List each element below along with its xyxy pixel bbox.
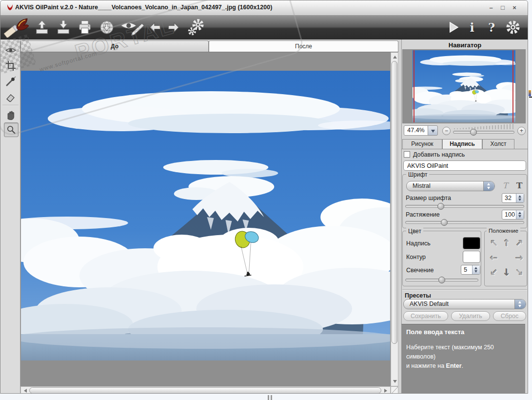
zoom-dropdown-button[interactable] [428, 125, 438, 136]
spinner-arrows-icon[interactable] [516, 194, 524, 202]
scroll-down-icon[interactable] [393, 380, 397, 383]
close-button[interactable]: × [510, 3, 519, 12]
save-preset-button[interactable]: Сохранить [403, 311, 448, 321]
title-bar: AKVIS OilPaint v.2.0 - Nature____Volcano… [0, 0, 528, 16]
zoom-slider-thumb[interactable] [470, 129, 477, 136]
stretch-spinbox[interactable]: 100 [502, 210, 524, 220]
position-up-icon[interactable]: ↑ [501, 237, 512, 249]
position-left-icon[interactable]: ← [488, 251, 500, 264]
horizontal-scrollbar[interactable] [20, 386, 391, 394]
preferences-gear-icon[interactable] [503, 18, 523, 37]
add-caption-label: Добавить надпись [413, 151, 465, 158]
preview-eye-tool[interactable] [4, 43, 18, 57]
vertical-scrollbar[interactable] [391, 52, 398, 386]
batch-settings-gears-icon[interactable] [185, 18, 207, 37]
dropdown-spinner-icon[interactable] [483, 181, 494, 191]
brush-tool[interactable] [4, 75, 18, 88]
outline-color-label: Контур [406, 254, 426, 260]
position-right-icon[interactable]: → [513, 251, 525, 264]
caption-color-swatch[interactable] [463, 237, 480, 249]
info-button[interactable]: i [464, 18, 480, 37]
tool-sidebar [0, 40, 20, 394]
position-down-icon[interactable]: ↓ [501, 266, 512, 279]
navigator-thumbnail[interactable] [413, 50, 515, 122]
position-down-right-icon[interactable]: ↘ [513, 266, 525, 279]
zoom-out-button[interactable]: − [442, 127, 451, 135]
quick-preview-button[interactable] [118, 18, 146, 37]
font-size-slider[interactable] [405, 205, 524, 208]
preset-dropdown[interactable]: AKVIS Default [403, 299, 526, 309]
reset-preset-button[interactable]: Сброс [493, 311, 526, 321]
window-title: AKVIS OilPaint v.2.0 - Nature____Volcano… [15, 4, 272, 11]
font-family-value: Mistral [413, 182, 431, 189]
undo-icon[interactable] [146, 18, 164, 37]
publish-web-button[interactable] [96, 18, 118, 37]
open-image-button[interactable] [32, 18, 52, 37]
caption-color-label: Надпись [406, 240, 431, 247]
delete-preset-button[interactable]: Удалить [451, 311, 490, 321]
app-window: AKVIS OilPaint v.2.0 - Nature____Volcano… [0, 0, 528, 394]
redo-icon[interactable] [164, 18, 183, 37]
color-group-label: Цвет [406, 228, 423, 235]
dropdown-spinner-icon[interactable] [514, 300, 526, 309]
navigator-preview[interactable] [402, 49, 526, 123]
glow-slider-thumb[interactable] [438, 277, 445, 283]
outline-color-swatch[interactable] [463, 251, 480, 263]
print-button[interactable] [75, 18, 95, 37]
navigator-frame-right [512, 50, 513, 122]
save-image-button[interactable] [53, 18, 74, 37]
background-desktop-icon [529, 90, 531, 96]
font-size-value: 32 [505, 195, 512, 201]
scroll-right-icon[interactable] [384, 389, 387, 393]
spinner-arrows-icon[interactable] [516, 210, 524, 219]
zoom-percent-field[interactable]: 47.4% [404, 125, 428, 136]
image-canvas [20, 52, 398, 394]
minimize-button[interactable]: – [487, 3, 495, 12]
resize-grip[interactable] [268, 395, 269, 400]
run-button[interactable] [443, 18, 463, 37]
position-up-right-icon[interactable]: ↗ [513, 237, 525, 249]
glow-value: 5 [464, 266, 467, 273]
font-size-spinbox[interactable]: 32 [502, 193, 524, 203]
eraser-tool[interactable] [4, 90, 18, 104]
tab-after[interactable]: После [209, 40, 398, 52]
zoom-tool[interactable] [4, 122, 19, 137]
position-down-left-icon[interactable]: ↙ [488, 266, 500, 279]
hint-body: Наберите текст (максимум 250 символов) и… [406, 343, 522, 370]
crop-tool[interactable] [4, 59, 18, 73]
help-button[interactable]: ? [483, 18, 500, 37]
scroll-left-icon[interactable] [24, 389, 27, 393]
zoom-slider[interactable] [453, 131, 514, 134]
position-up-left-icon[interactable]: ↖ [488, 237, 500, 249]
italic-button[interactable]: T [501, 181, 510, 191]
tab-canvas[interactable]: Холст [482, 139, 514, 149]
app-logo-icon [6, 3, 14, 13]
caption-text-input[interactable] [403, 160, 526, 171]
horizontal-scroll-thumb[interactable] [29, 387, 381, 394]
stretch-slider-thumb[interactable] [441, 219, 448, 226]
tab-picture[interactable]: Рисунок [402, 139, 442, 149]
hint-line1: Наберите текст (максимум 250 символов) [406, 344, 494, 360]
font-size-slider-thumb[interactable] [437, 203, 444, 210]
maximize-button[interactable]: □ [498, 3, 507, 12]
tab-caption[interactable]: Надпись [442, 139, 482, 149]
tab-before[interactable]: До [20, 40, 209, 52]
add-caption-checkbox[interactable] [404, 151, 410, 158]
zoom-in-button[interactable]: + [517, 127, 526, 135]
vertical-scroll-thumb[interactable] [392, 61, 397, 344]
resize-grip[interactable] [271, 395, 272, 400]
oilpaint-brush-logo-icon [1, 18, 31, 37]
hint-line2: и нажмите на [406, 362, 446, 369]
chevron-down-icon [431, 130, 435, 133]
hint-title: Поле ввода текста [406, 328, 464, 336]
main-toolbar: i ? [0, 15, 528, 40]
font-family-dropdown[interactable]: Mistral [406, 181, 495, 191]
position-group-label: Положение [487, 228, 520, 234]
stretch-slider[interactable] [405, 221, 524, 224]
bold-button[interactable]: T [514, 180, 524, 191]
scroll-up-icon[interactable] [393, 56, 397, 59]
spinner-arrows-icon[interactable] [472, 265, 480, 274]
glow-spinbox[interactable]: 5 [461, 265, 480, 275]
photo-volcano[interactable] [21, 71, 390, 360]
hand-tool[interactable] [4, 108, 18, 121]
